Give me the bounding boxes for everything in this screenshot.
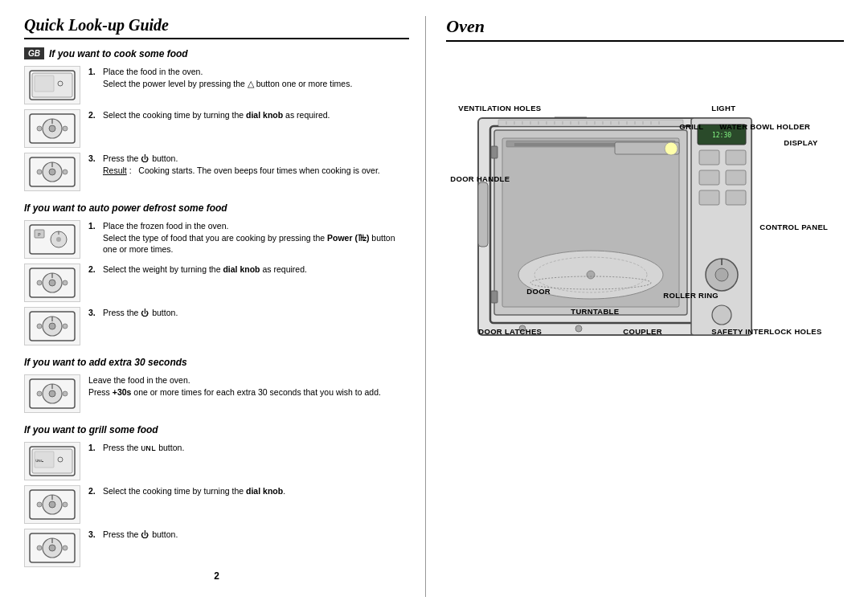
svg-rect-77 — [726, 170, 746, 185]
section-extra30: If you want to add extra 30 seconds — [24, 357, 409, 413]
svg-rect-78 — [699, 190, 719, 205]
svg-rect-74 — [699, 150, 719, 165]
svg-point-39 — [63, 391, 68, 396]
defrost-device-power: P — [24, 220, 80, 259]
knob-icon — [28, 112, 76, 145]
svg-point-47 — [49, 501, 55, 508]
svg-point-27 — [63, 280, 68, 285]
svg-rect-76 — [699, 170, 719, 185]
svg-rect-79 — [726, 190, 746, 205]
svg-point-30 — [49, 323, 55, 329]
cook-step2-row: 2. Select the cooking time by turning th… — [24, 109, 409, 148]
grill-step3-row: 3. Press the ⏻ button. — [24, 529, 409, 567]
svg-point-50 — [63, 502, 68, 507]
svg-point-53 — [49, 545, 55, 551]
svg-rect-70 — [491, 291, 497, 303]
left-header: Quick Look-up Guide — [24, 16, 409, 39]
defrost-device-knob — [24, 264, 80, 302]
svg-point-81 — [715, 268, 728, 281]
section-defrost: If you want to auto power defrost some f… — [24, 202, 409, 345]
svg-point-56 — [63, 546, 68, 550]
extra30-row: Leave the food in the oven.Press +30s on… — [24, 374, 409, 413]
cook-device-door — [24, 66, 80, 104]
left-title: Quick Look-up Guide — [24, 16, 409, 35]
svg-rect-69 — [491, 146, 497, 158]
svg-point-106 — [665, 142, 678, 155]
svg-point-83 — [712, 305, 731, 325]
grill-step2-row: 2. Select the cooking time by turning th… — [24, 485, 409, 524]
right-header: Oven — [446, 16, 844, 42]
grill-step3-text: 3. Press the ⏻ button. — [88, 529, 409, 544]
oven-diagram: 12:30 — [446, 54, 840, 536]
svg-point-108 — [575, 325, 582, 332]
svg-point-36 — [49, 390, 55, 397]
power-btn-icon: P — [28, 223, 76, 255]
svg-point-26 — [37, 280, 42, 285]
grill-step1-row: ᴜɴʟ 1. Press the ᴜɴʟ button. — [24, 442, 409, 480]
svg-rect-2 — [35, 76, 54, 92]
grill-step2-text: 2. Select the cooking time by turning th… — [88, 485, 409, 501]
svg-point-33 — [63, 324, 68, 329]
svg-rect-84 — [498, 120, 683, 126]
grill-start-icon — [28, 532, 76, 564]
right-title: Oven — [446, 16, 844, 37]
extra30-knob-icon — [28, 378, 76, 410]
cook-device-start — [24, 153, 80, 191]
svg-text:ᴜɴʟ: ᴜɴʟ — [35, 458, 43, 463]
svg-point-14 — [37, 170, 42, 174]
extra30-device — [24, 374, 80, 413]
grill-device-start — [24, 529, 80, 567]
svg-point-9 — [63, 126, 68, 131]
grill-device-knob — [24, 485, 80, 524]
svg-point-6 — [49, 125, 55, 132]
start-knob-icon — [28, 156, 76, 188]
grill-door-icon: ᴜɴʟ — [28, 445, 76, 477]
defrost-step2-text: 2. Select the weight by turning the dial… — [88, 264, 409, 279]
section-grill-title: If you want to grill some food — [24, 424, 409, 435]
cook-device-knob — [24, 109, 80, 148]
defrost-step2-row: 2. Select the weight by turning the dial… — [24, 264, 409, 302]
left-column: Quick Look-up Guide GB If you want to co… — [24, 16, 426, 597]
svg-point-49 — [37, 502, 42, 507]
page-number: 2 — [24, 570, 409, 582]
door-icon — [28, 69, 76, 101]
right-column: Oven — [426, 16, 844, 597]
cook-step1-text: 1. Place the food in the oven.Select the… — [88, 66, 409, 92]
section-cook-title: GB If you want to cook some food — [24, 47, 409, 59]
section-defrost-title: If you want to auto power defrost some f… — [24, 202, 409, 214]
svg-point-20 — [56, 237, 61, 242]
extra30-text: Leave the food in the oven.Press +30s on… — [88, 374, 409, 401]
defrost-start-icon — [28, 310, 76, 342]
grill-device-door: ᴜɴʟ — [24, 442, 80, 480]
page: Quick Look-up Guide GB If you want to co… — [0, 0, 868, 613]
svg-point-38 — [37, 391, 42, 396]
defrost-device-start — [24, 307, 80, 345]
gb-badge: GB — [24, 47, 44, 59]
cook-step3-text: 3. Press the ⏻ button.Result : Cooking s… — [88, 153, 409, 179]
svg-point-65 — [587, 271, 595, 279]
grill-step1-text: 1. Press the ᴜɴʟ button. — [88, 442, 409, 457]
cook-step1-row: 1. Place the food in the oven.Select the… — [24, 66, 409, 104]
section-cook: GB If you want to cook some food 1. — [24, 47, 409, 191]
defrost-step3-row: 3. Press the ⏻ button. — [24, 307, 409, 345]
svg-point-24 — [49, 280, 55, 286]
svg-rect-75 — [726, 150, 746, 165]
cook-step2-text: 2. Select the cooking time by turning th… — [88, 109, 409, 125]
defrost-step3-text: 3. Press the ⏻ button. — [88, 307, 409, 322]
svg-point-8 — [37, 126, 42, 131]
svg-point-12 — [49, 169, 55, 175]
cook-step3-row: 3. Press the ⏻ button.Result : Cooking s… — [24, 153, 409, 191]
svg-text:12:30: 12:30 — [712, 132, 731, 139]
defrost-step1-text: 1. Place the frozen food in the oven.Sel… — [88, 220, 409, 259]
section-grill: If you want to grill some food ᴜɴʟ 1. — [24, 424, 409, 567]
svg-point-15 — [63, 170, 68, 174]
svg-point-32 — [37, 324, 42, 329]
defrost-knob-icon — [28, 267, 76, 299]
section-extra30-title: If you want to add extra 30 seconds — [24, 357, 409, 368]
svg-point-55 — [37, 546, 42, 550]
grill-knob-icon — [28, 488, 76, 521]
defrost-step1-row: P 1. Place the frozen food in the oven.S… — [24, 220, 409, 259]
svg-rect-68 — [478, 182, 488, 247]
